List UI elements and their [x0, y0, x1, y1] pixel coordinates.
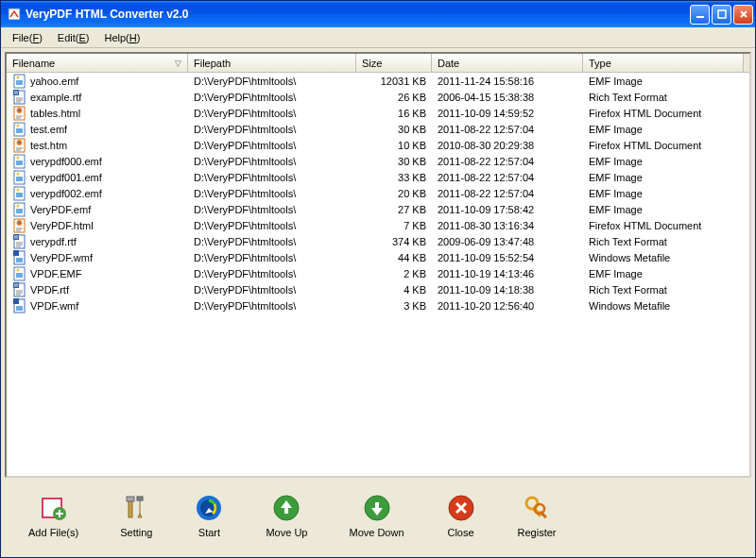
- move-down-label: Move Down: [349, 527, 404, 538]
- cell-type: Windows Metafile: [583, 252, 744, 263]
- file-type-icon: [12, 218, 27, 233]
- cell-filename: VeryPDF.emf: [7, 202, 188, 217]
- svg-rect-37: [13, 250, 19, 256]
- table-row[interactable]: Wexample.rtfD:\VeryPDF\htmltools\26 KB20…: [7, 89, 749, 105]
- table-row[interactable]: tables.htmlD:\VeryPDF\htmltools\16 KB201…: [7, 105, 749, 121]
- svg-point-20: [17, 156, 20, 159]
- menu-help[interactable]: Help(H): [96, 30, 147, 45]
- table-row[interactable]: VPDF.wmfD:\VeryPDF\htmltools\3 KB2011-10…: [7, 297, 749, 313]
- cell-date: 2011-08-30 13:16:34: [432, 220, 583, 231]
- cell-size: 30 KB: [356, 124, 432, 135]
- svg-rect-40: [16, 273, 23, 278]
- svg-text:W: W: [14, 234, 19, 240]
- client-area: Filename▽ Filepath Size Date Type yahoo.…: [1, 48, 755, 557]
- move-down-button[interactable]: Move Down: [340, 488, 412, 543]
- table-row[interactable]: VeryPDF.emfD:\VeryPDF\htmltools\27 KB201…: [7, 201, 749, 217]
- table-row[interactable]: Wverypdf.rtfD:\VeryPDF\htmltools\374 KB2…: [7, 233, 749, 249]
- file-type-icon: [12, 298, 27, 313]
- svg-rect-4: [16, 80, 23, 85]
- svg-point-23: [17, 172, 20, 175]
- start-button[interactable]: Start: [185, 488, 232, 543]
- app-icon: [7, 7, 22, 22]
- svg-point-41: [17, 268, 20, 271]
- cell-date: 2011-10-09 14:59:52: [432, 108, 583, 119]
- svg-point-5: [17, 76, 20, 78]
- svg-rect-1: [696, 16, 704, 18]
- svg-rect-47: [16, 306, 23, 311]
- maximize-button[interactable]: [712, 5, 731, 25]
- close-window-button[interactable]: [733, 5, 753, 25]
- table-row[interactable]: VeryPDF.wmfD:\VeryPDF\htmltools\44 KB201…: [7, 249, 749, 265]
- column-type[interactable]: Type: [583, 54, 744, 72]
- add-files-label: Add File(s): [28, 527, 78, 538]
- listview-body[interactable]: yahoo.emfD:\VeryPDF\htmltools\12031 KB20…: [7, 73, 749, 476]
- column-filename[interactable]: Filename▽: [7, 54, 188, 72]
- cell-date: 2011-08-22 12:57:04: [432, 156, 583, 167]
- svg-rect-25: [16, 193, 23, 197]
- move-up-button[interactable]: Move Up: [257, 488, 316, 543]
- file-type-icon: W: [12, 90, 27, 105]
- cell-filename: Wexample.rtf: [7, 90, 188, 105]
- cell-filepath: D:\VeryPDF\htmltools\: [188, 284, 356, 296]
- cell-filepath: D:\VeryPDF\htmltools\: [188, 156, 356, 167]
- toolbar: Add File(s) Setting Start Move Up Move D…: [5, 478, 751, 553]
- cell-filename: VeryPDF.wmf: [7, 250, 188, 265]
- table-row[interactable]: verypdf002.emfD:\VeryPDF\htmltools\20 KB…: [7, 185, 749, 201]
- cell-size: 26 KB: [356, 92, 432, 103]
- column-date[interactable]: Date: [432, 54, 583, 72]
- svg-text:W: W: [14, 282, 19, 288]
- table-row[interactable]: test.htmD:\VeryPDF\htmltools\10 KB2010-0…: [7, 137, 749, 153]
- menubar: File(F) Edit(E) Help(H): [1, 27, 755, 48]
- setting-button[interactable]: Setting: [112, 488, 161, 543]
- cell-filepath: D:\VeryPDF\htmltools\: [188, 140, 356, 151]
- cell-type: EMF Image: [583, 76, 744, 87]
- close-button[interactable]: Close: [438, 488, 485, 543]
- cell-size: 4 KB: [356, 284, 432, 296]
- file-listview: Filename▽ Filepath Size Date Type yahoo.…: [5, 52, 751, 478]
- column-filepath[interactable]: Filepath: [188, 54, 356, 72]
- svg-point-17: [18, 141, 20, 143]
- column-size[interactable]: Size: [356, 54, 432, 72]
- file-type-icon: [12, 74, 27, 89]
- file-type-icon: W: [12, 234, 27, 249]
- titlebar[interactable]: VeryPDF HTML Converter v2.0: [1, 1, 755, 27]
- cell-date: 2011-08-22 12:57:04: [432, 188, 583, 199]
- menu-file[interactable]: File(F): [5, 30, 50, 45]
- register-button[interactable]: Register: [509, 488, 565, 543]
- cell-type: Windows Metafile: [583, 300, 744, 312]
- svg-point-29: [17, 204, 20, 207]
- cell-filename: VPDF.wmf: [7, 298, 188, 313]
- cell-date: 2011-10-19 14:13:46: [432, 268, 583, 279]
- svg-rect-51: [127, 497, 134, 501]
- cell-date: 2011-10-09 15:52:54: [432, 252, 583, 263]
- add-files-button[interactable]: Add File(s): [20, 488, 87, 543]
- file-type-icon: [12, 106, 27, 121]
- cell-type: EMF Image: [583, 268, 744, 279]
- listview-header: Filename▽ Filepath Size Date Type: [7, 54, 749, 73]
- cell-size: 44 KB: [356, 252, 432, 263]
- cell-size: 374 KB: [356, 236, 432, 247]
- table-row[interactable]: verypdf000.emfD:\VeryPDF\htmltools\30 KB…: [7, 153, 749, 169]
- svg-rect-28: [16, 209, 23, 213]
- table-row[interactable]: WVPDF.rtfD:\VeryPDF\htmltools\4 KB2011-1…: [7, 281, 749, 297]
- minimize-button[interactable]: [690, 5, 710, 25]
- table-row[interactable]: yahoo.emfD:\VeryPDF\htmltools\12031 KB20…: [7, 73, 749, 89]
- cell-date: 2011-08-22 12:57:04: [432, 172, 583, 183]
- cell-filepath: D:\VeryPDF\htmltools\: [188, 204, 356, 215]
- table-row[interactable]: VPDF.EMFD:\VeryPDF\htmltools\2 KB2011-10…: [7, 265, 749, 281]
- svg-rect-2: [718, 10, 726, 18]
- table-row[interactable]: verypdf001.emfD:\VeryPDF\htmltools\33 KB…: [7, 169, 749, 185]
- cell-filename: verypdf001.emf: [7, 170, 188, 185]
- file-type-icon: [12, 170, 27, 185]
- table-row[interactable]: test.emfD:\VeryPDF\htmltools\30 KB2011-0…: [7, 121, 749, 137]
- cell-size: 2 KB: [356, 268, 432, 279]
- file-type-icon: [12, 138, 27, 153]
- cell-filepath: D:\VeryPDF\htmltools\: [188, 188, 356, 199]
- menu-edit[interactable]: Edit(E): [50, 30, 97, 45]
- cell-size: 30 KB: [356, 156, 432, 167]
- file-type-icon: [12, 202, 27, 217]
- table-row[interactable]: VeryPDF.htmlD:\VeryPDF\htmltools\7 KB201…: [7, 217, 749, 233]
- cell-filepath: D:\VeryPDF\htmltools\: [188, 236, 356, 247]
- cell-filename: tables.html: [7, 106, 188, 121]
- cell-size: 33 KB: [356, 172, 432, 183]
